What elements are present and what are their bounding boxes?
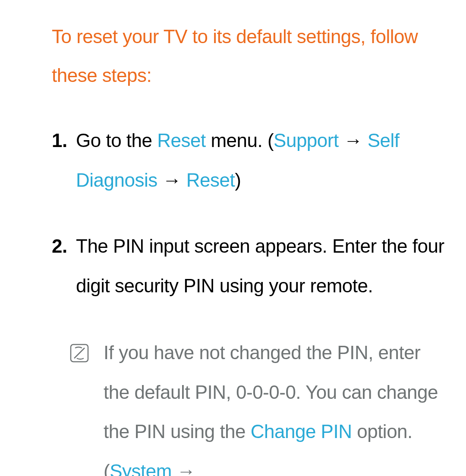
text-fragment: Go to the	[76, 130, 157, 151]
step-2: The PIN input screen appears. Enter the …	[52, 226, 450, 305]
arrow-separator: →	[172, 460, 195, 476]
note-text: If you have not changed the PIN, enter t…	[104, 342, 438, 476]
instruction-heading: To reset your TV to its default settings…	[52, 17, 450, 95]
arrow-separator: →	[157, 169, 186, 191]
text-fragment: menu. (	[206, 130, 274, 151]
menu-path-link: Support	[274, 130, 339, 151]
step-1: Go to the Reset menu. (Support → Self Di…	[52, 121, 450, 200]
text-fragment: The PIN input screen appears. Enter the …	[76, 235, 444, 296]
instruction-steps: Go to the Reset menu. (Support → Self Di…	[52, 121, 450, 305]
menu-path-link: Reset	[157, 130, 205, 151]
menu-path-link: System	[110, 460, 172, 476]
text-fragment: )	[235, 169, 241, 191]
note-block: If you have not changed the PIN, enter t…	[52, 333, 450, 476]
note-icon	[70, 336, 89, 355]
menu-path-link: Change PIN	[251, 421, 352, 442]
menu-path-link: Reset	[186, 169, 235, 191]
svg-line-1	[74, 348, 85, 358]
arrow-separator: →	[339, 130, 368, 151]
